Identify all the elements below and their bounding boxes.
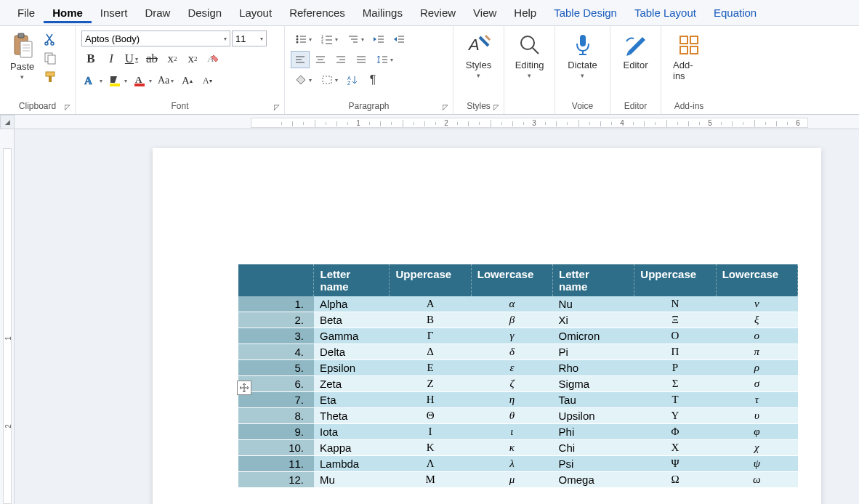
table-cell[interactable]: κ — [471, 440, 552, 456]
table-row[interactable]: 1.AlphaΑαNuΝν — [238, 296, 798, 312]
table-cell[interactable]: Σ — [634, 376, 716, 392]
subscript-button[interactable]: x2 — [163, 49, 182, 68]
table-cell[interactable]: χ — [716, 440, 797, 456]
table-row[interactable]: 2.BetaΒβXiΞξ — [238, 312, 798, 328]
align-left-button[interactable] — [291, 51, 310, 68]
menu-references[interactable]: References — [281, 2, 354, 23]
numbering-button[interactable]: 123▾ — [317, 31, 342, 48]
table-cell[interactable]: Ο — [634, 328, 716, 344]
table-cell[interactable]: 4. — [238, 344, 314, 360]
table-row[interactable]: 11.LambdaΛλPsiΨψ — [238, 456, 798, 472]
table-cell[interactable]: Λ — [390, 456, 471, 472]
table-cell[interactable]: Ι — [390, 424, 471, 440]
table-cell[interactable]: ξ — [716, 312, 797, 328]
table-cell[interactable]: Gamma — [314, 328, 390, 344]
dialog-launcher-icon[interactable]: ◸ — [443, 103, 448, 111]
table-cell[interactable]: υ — [716, 408, 797, 424]
italic-button[interactable]: I — [102, 49, 121, 68]
table-cell[interactable]: Η — [390, 392, 471, 408]
table-cell[interactable]: Τ — [634, 392, 716, 408]
text-effects-button[interactable]: A▾ — [81, 71, 105, 90]
menu-help[interactable]: Help — [505, 2, 545, 23]
table-cell[interactable]: 10. — [238, 440, 314, 456]
table-cell[interactable]: Α — [390, 296, 471, 312]
menu-draw[interactable]: Draw — [136, 2, 179, 23]
horizontal-ruler[interactable]: 123456 — [15, 115, 859, 129]
table-cell[interactable]: Mu — [314, 472, 390, 488]
cut-button[interactable] — [43, 32, 57, 46]
table-cell[interactable]: μ — [471, 472, 552, 488]
multilevel-list-button[interactable]: ▾ — [343, 31, 368, 48]
table-cell[interactable]: Eta — [314, 392, 390, 408]
menu-file[interactable]: File — [9, 2, 44, 23]
table-cell[interactable]: ω — [716, 472, 797, 488]
copy-button[interactable] — [43, 51, 57, 65]
table-cell[interactable]: Κ — [390, 440, 471, 456]
table-header[interactable]: Lettername — [314, 264, 390, 296]
change-case-button[interactable]: Aa▾ — [156, 71, 176, 90]
menu-insert[interactable]: Insert — [92, 2, 137, 23]
table-cell[interactable]: Ω — [634, 472, 716, 488]
table-cell[interactable]: Iota — [314, 424, 390, 440]
table-header[interactable]: Uppercase — [390, 264, 471, 296]
table-row[interactable]: 3.GammaΓγOmicronΟο — [238, 328, 798, 344]
ruler-corner[interactable]: ◢ — [0, 115, 15, 129]
table-cell[interactable]: λ — [471, 456, 552, 472]
menu-review[interactable]: Review — [411, 2, 464, 23]
table-cell[interactable]: ζ — [471, 376, 552, 392]
table-cell[interactable]: Lambda — [314, 456, 390, 472]
table-cell[interactable]: σ — [716, 376, 797, 392]
shading-button[interactable]: ▾ — [291, 71, 315, 89]
table-cell[interactable]: Sigma — [553, 376, 634, 392]
table-cell[interactable]: 2. — [238, 312, 314, 328]
menu-table-design[interactable]: Table Design — [545, 2, 626, 23]
table-cell[interactable]: Γ — [390, 328, 471, 344]
editing-button[interactable]: Editing ▾ — [508, 29, 552, 82]
table-row[interactable]: 7.EtaΗηTauΤτ — [238, 392, 798, 408]
table-cell[interactable]: θ — [471, 408, 552, 424]
table-cell[interactable]: Φ — [634, 424, 716, 440]
table-cell[interactable]: 1. — [238, 296, 314, 312]
paste-button[interactable]: Paste ▾ — [7, 31, 37, 82]
greek-alphabet-table[interactable]: LetternameUppercaseLowercaseLetternameUp… — [238, 264, 798, 488]
bold-button[interactable]: B — [81, 49, 100, 68]
table-cell[interactable]: β — [471, 312, 552, 328]
document-page[interactable]: LetternameUppercaseLowercaseLetternameUp… — [153, 148, 821, 504]
table-cell[interactable]: Ε — [390, 360, 471, 376]
bullets-button[interactable]: ▾ — [291, 31, 315, 48]
menu-equation[interactable]: Equation — [705, 2, 765, 23]
grow-font-button[interactable]: A▴ — [177, 71, 196, 90]
table-row[interactable]: 5.EpsilonΕεRhoΡρ — [238, 360, 798, 376]
table-cell[interactable]: 12. — [238, 472, 314, 488]
justify-button[interactable] — [352, 51, 371, 68]
table-cell[interactable]: Ρ — [634, 360, 716, 376]
table-cell[interactable]: Ν — [634, 296, 716, 312]
increase-indent-button[interactable] — [390, 31, 408, 48]
table-cell[interactable]: Delta — [314, 344, 390, 360]
table-cell[interactable]: ψ — [716, 456, 797, 472]
table-cell[interactable]: 8. — [238, 408, 314, 424]
table-cell[interactable]: Π — [634, 344, 716, 360]
table-cell[interactable]: η — [471, 392, 552, 408]
table-cell[interactable]: δ — [471, 344, 552, 360]
table-cell[interactable]: Psi — [553, 456, 634, 472]
addins-button[interactable]: Add-ins — [666, 29, 712, 84]
table-cell[interactable]: Theta — [314, 408, 390, 424]
decrease-indent-button[interactable] — [369, 31, 388, 48]
align-right-button[interactable] — [331, 51, 350, 68]
table-row[interactable]: 9.IotaΙιPhiΦφ — [238, 424, 798, 440]
show-hide-button[interactable]: ¶ — [363, 71, 382, 89]
table-cell[interactable]: Χ — [634, 440, 716, 456]
font-color-button[interactable]: A▾ — [131, 71, 154, 90]
vertical-ruler[interactable]: 123 — [0, 129, 15, 504]
table-cell[interactable]: Υ — [634, 408, 716, 424]
table-row[interactable]: 8.ThetaΘθUpsilonΥυ — [238, 408, 798, 424]
table-cell[interactable]: 9. — [238, 424, 314, 440]
table-cell[interactable]: Zeta — [314, 376, 390, 392]
table-cell[interactable]: Μ — [390, 472, 471, 488]
table-cell[interactable]: Ψ — [634, 456, 716, 472]
table-cell[interactable]: Β — [390, 312, 471, 328]
dialog-launcher-icon[interactable]: ◸ — [274, 103, 280, 111]
table-cell[interactable]: ρ — [716, 360, 797, 376]
underline-button[interactable]: U▾ — [122, 49, 141, 68]
